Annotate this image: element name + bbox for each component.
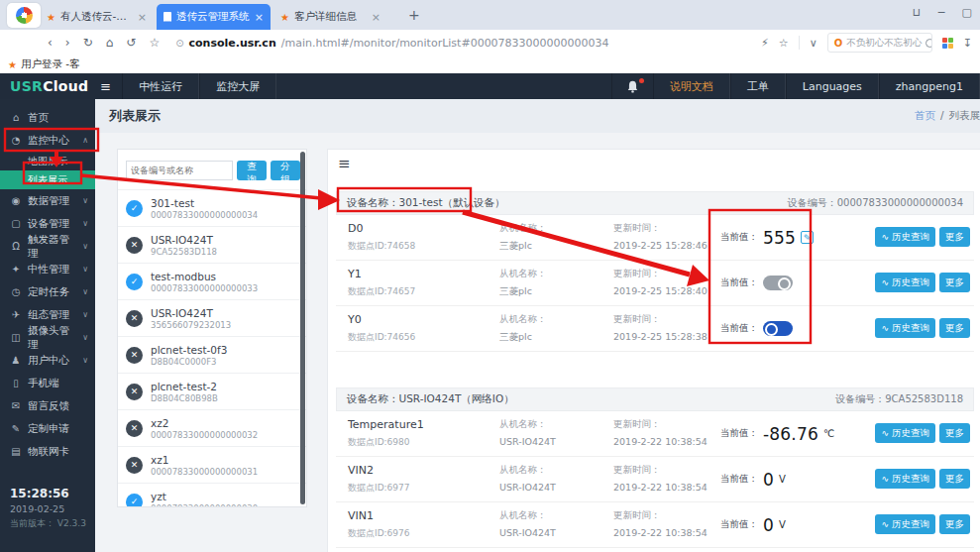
sidebar-subitem-列表展示[interactable]: 列表展示 [0, 170, 95, 189]
apps-grid-icon[interactable] [942, 38, 953, 49]
query-button[interactable]: 查询 [237, 161, 267, 180]
device-list-item[interactable]: ✓yzt00007833000000000030 [118, 483, 306, 507]
current-value-label: 当前值： [720, 473, 758, 486]
more-button[interactable]: 更多 [939, 514, 970, 534]
device-id: 00007833000000000034 [151, 210, 258, 220]
device-list-scrollbar[interactable] [300, 152, 305, 504]
device-list-item[interactable]: ✕xz200007833000000000032 [118, 409, 306, 446]
history-query-button[interactable]: ∿历史查询 [875, 318, 935, 338]
breadcrumb-home[interactable]: 首页 [915, 109, 935, 123]
sidebar-item-首页[interactable]: ⌂首页 [0, 106, 95, 129]
minimize-icon[interactable]: − [936, 6, 945, 19]
topbar-item-username[interactable]: zhangpeng1 [879, 73, 980, 99]
more-button[interactable]: 更多 [939, 227, 970, 247]
history-query-button[interactable]: ∿历史查询 [875, 423, 935, 443]
datapoint-row: D0数据点ID:74658从机名称：三菱plc更新时间：2019-2-25 15… [336, 215, 974, 261]
home-nav-icon[interactable]: ⌂ [106, 36, 114, 50]
sidebar-item-监控中心[interactable]: ◔监控中心∧ [0, 129, 95, 152]
sidebar-item-手机端[interactable]: ▯手机端 [0, 372, 95, 394]
sidebar-item-定时任务[interactable]: ◷定时任务∨ [0, 280, 95, 303]
panel-collapse-icon[interactable]: ≡ [338, 155, 351, 172]
device-number-label: 设备编号： [835, 393, 885, 404]
sidebar-item-用户中心[interactable]: ♟用户中心∨ [0, 349, 95, 372]
search-engine-icon: O [834, 38, 843, 49]
update-time-label: 更新时间： [613, 222, 661, 235]
browser-skin-icon[interactable]: ⊔ [913, 6, 922, 19]
download-icon[interactable]: ↧ [963, 37, 972, 50]
history-icon[interactable]: ↺ [126, 36, 136, 50]
current-value: -86.76 [763, 424, 818, 444]
phone-icon: ▯ [10, 378, 22, 388]
sidebar-collapse-icon[interactable]: ≡ [100, 73, 111, 99]
back-icon[interactable]: ‹ [48, 36, 53, 50]
sidebar-item-数据管理[interactable]: ◉数据管理∨ [0, 189, 95, 212]
value-unit: V [779, 519, 786, 530]
history-query-button[interactable]: ∿历史查询 [875, 273, 935, 292]
group-button[interactable]: 分组 [271, 161, 300, 180]
refresh-icon[interactable]: ↻ [83, 36, 93, 50]
flash-icon[interactable]: ⚡ [761, 37, 769, 50]
value-toggle-off[interactable] [763, 276, 793, 290]
dropdown-chevron-icon[interactable]: ∨ [810, 37, 817, 50]
sidebar-item-留言反馈[interactable]: ✉留言反馈 [0, 394, 95, 417]
history-query-button[interactable]: ∿历史查询 [875, 469, 935, 489]
slave-name-label: 从机名称： [499, 313, 547, 326]
browser-tab[interactable]: ★有人透传云-工业物联网云× [40, 4, 154, 30]
sidebar-item-物联网卡[interactable]: ▤物联网卡 [0, 440, 95, 463]
current-value-label: 当前值： [720, 322, 758, 335]
device-number-value: 9CA52583D118 [885, 393, 963, 404]
more-button[interactable]: 更多 [939, 273, 970, 292]
browser-logo[interactable] [7, 3, 41, 28]
value-toggle-on[interactable] [763, 321, 793, 336]
history-chart-icon: ∿ [881, 474, 889, 484]
device-search-input[interactable] [126, 161, 233, 180]
bookmark-star-icon[interactable]: ☆ [779, 37, 789, 50]
sidebar-item-摄像头管理[interactable]: ◫摄像头管理∨ [0, 326, 95, 349]
tab-close-icon[interactable]: × [138, 11, 147, 24]
device-list-item[interactable]: ✓301-test00007833000000000034 [118, 189, 306, 226]
device-list-item[interactable]: ✕xz100007833000000000031 [118, 446, 306, 483]
notification-bell[interactable] [611, 73, 653, 99]
search-icon[interactable] [926, 39, 931, 48]
tab-close-icon[interactable]: × [372, 11, 381, 24]
topbar-item-languages[interactable]: Languages [786, 73, 879, 99]
more-button[interactable]: 更多 [939, 469, 970, 489]
device-list-item[interactable]: ✕plcnet-test-0f3D8B04C0000F3 [118, 336, 306, 373]
edit-value-icon[interactable]: ✎ [801, 231, 814, 244]
forward-icon[interactable]: › [65, 36, 70, 50]
tab-close-icon[interactable]: × [255, 11, 264, 24]
device-list-item[interactable]: ✕USR-IO424T9CA52583D118 [118, 226, 306, 263]
topbar-item-docs[interactable]: 说明文档 [653, 73, 730, 99]
topbar-item-work-order[interactable]: 工单 [730, 73, 786, 99]
history-query-button[interactable]: ∿历史查询 [875, 227, 935, 247]
favorite-icon[interactable]: ☆ [149, 36, 160, 50]
new-tab-button[interactable]: + [408, 7, 420, 23]
maximize-icon[interactable]: ▢ [962, 6, 972, 19]
chevron-down-icon: ∨ [82, 242, 88, 251]
update-time-value: 2019-2-22 10:38:54 [613, 482, 708, 493]
data-icon: ◉ [10, 195, 22, 206]
sidebar-item-中性管理[interactable]: ✦中性管理∨ [0, 258, 95, 280]
device-list-item[interactable]: ✕plcnet-test-2D8B04C80B98B [118, 373, 306, 409]
section-device-name: 设备名称：USR-IO424T（网络IO） [347, 392, 514, 406]
topbar-item-monitor-screen[interactable]: 监控大屏 [199, 73, 276, 99]
sidebar-subitem-地图展示[interactable]: 地图展示 [0, 152, 95, 170]
browser-tab[interactable]: 透传云管理系统× [157, 4, 271, 30]
device-section: 设备名称：USR-IO424T（网络IO）设备编号：9CA52583D118Te… [336, 387, 974, 548]
site-info-icon[interactable]: ⊙ [175, 38, 183, 49]
address-bar[interactable]: ⊙ console.usr.cn /main.html#/monitor/mon… [175, 37, 608, 50]
more-button[interactable]: 更多 [939, 318, 970, 338]
bookmark-item[interactable]: 用户登录 -客 [21, 57, 80, 71]
sidebar-item-触发器管理[interactable]: Ω触发器管理∨ [0, 235, 95, 258]
sidebar-item-定制申请[interactable]: ✎定制申请 [0, 417, 95, 440]
more-button[interactable]: 更多 [939, 423, 970, 443]
screenshot-root: ★有人透传云-工业物联网云×透传云管理系统×★客户详细信息× + ⊔ − ▢ ‹… [0, 0, 980, 552]
device-name: USR-IO424T [151, 234, 217, 246]
device-list-item[interactable]: ✕USR-IO424T356566079232013 [118, 299, 306, 336]
usrcloud-logo[interactable]: USRCloud [10, 73, 88, 99]
browser-tab[interactable]: ★客户详细信息× [273, 4, 387, 30]
device-list-item[interactable]: ✓test-modbus00007833000000000033 [118, 263, 306, 299]
history-query-button[interactable]: ∿历史查询 [875, 514, 935, 534]
topbar-item-neutral-run[interactable]: 中性运行 [122, 73, 199, 99]
browser-search-box[interactable]: O 不负初心不忘初心 [827, 33, 932, 53]
